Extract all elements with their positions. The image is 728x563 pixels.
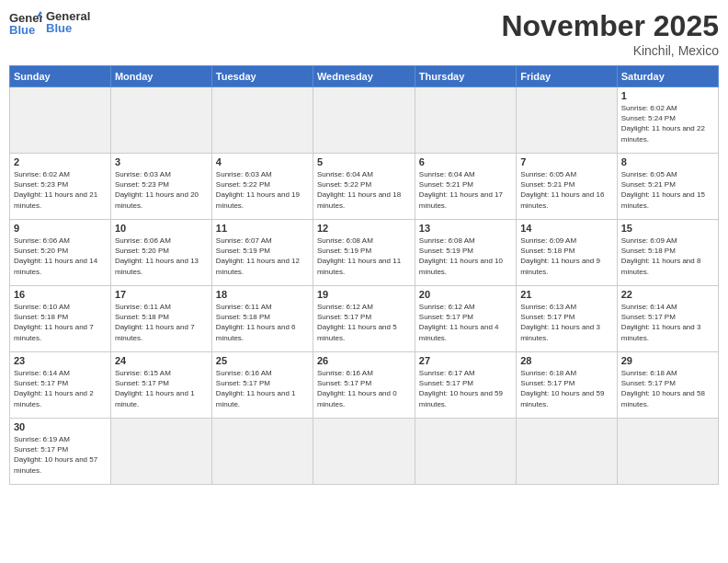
daylight-label: Daylight: 11 hours and 22 minutes.	[621, 124, 705, 143]
day-cell: 15 Sunrise: 6:09 AM Sunset: 5:18 PM Dayl…	[617, 220, 718, 286]
day-number: 13	[419, 223, 512, 234]
day-info: Sunrise: 6:07 AM Sunset: 5:19 PM Dayligh…	[216, 236, 309, 277]
svg-text:Blue: Blue	[9, 23, 35, 35]
header-tuesday: Tuesday	[211, 66, 313, 87]
header-friday: Friday	[517, 66, 618, 87]
day-info: Sunrise: 6:12 AM Sunset: 5:17 PM Dayligh…	[419, 302, 512, 343]
logo-icon: General Blue	[9, 9, 42, 35]
daylight-label: Daylight: 11 hours and 15 minutes.	[621, 190, 705, 209]
sunrise-label: Sunrise: 6:17 AM	[419, 369, 475, 377]
day-number: 28	[520, 355, 613, 366]
sunset-label: Sunset: 5:22 PM	[216, 180, 270, 189]
day-cell: 18 Sunrise: 6:11 AM Sunset: 5:18 PM Dayl…	[211, 286, 313, 352]
sunrise-label: Sunrise: 6:09 AM	[520, 236, 576, 245]
sunrise-label: Sunrise: 6:11 AM	[115, 303, 171, 311]
sunrise-label: Sunrise: 6:06 AM	[14, 236, 70, 245]
day-number: 8	[621, 156, 714, 167]
sunset-label: Sunset: 5:19 PM	[216, 247, 270, 255]
daylight-label: Daylight: 11 hours and 1 minute.	[216, 389, 296, 408]
sunset-label: Sunset: 5:17 PM	[520, 379, 574, 387]
sunrise-label: Sunrise: 6:14 AM	[621, 303, 677, 311]
day-number: 2	[14, 156, 107, 167]
day-number: 16	[14, 289, 107, 300]
sunrise-label: Sunrise: 6:02 AM	[621, 104, 677, 112]
sunrise-label: Sunrise: 6:03 AM	[216, 170, 272, 178]
daylight-label: Daylight: 11 hours and 3 minutes.	[520, 323, 600, 341]
day-cell: 13 Sunrise: 6:08 AM Sunset: 5:19 PM Dayl…	[415, 220, 516, 286]
sunset-label: Sunset: 5:18 PM	[216, 313, 270, 321]
day-info: Sunrise: 6:08 AM Sunset: 5:19 PM Dayligh…	[419, 236, 512, 277]
daylight-label: Daylight: 11 hours and 13 minutes.	[115, 257, 199, 275]
day-cell	[617, 419, 718, 485]
sunset-label: Sunset: 5:17 PM	[317, 313, 371, 321]
day-number: 29	[621, 355, 714, 366]
day-number: 20	[419, 289, 512, 300]
day-info: Sunrise: 6:14 AM Sunset: 5:17 PM Dayligh…	[621, 302, 714, 343]
day-cell	[110, 87, 211, 154]
daylight-label: Daylight: 11 hours and 7 minutes.	[14, 323, 94, 341]
day-cell: 17 Sunrise: 6:11 AM Sunset: 5:18 PM Dayl…	[110, 286, 211, 352]
day-info: Sunrise: 6:03 AM Sunset: 5:22 PM Dayligh…	[216, 169, 309, 211]
sunset-label: Sunset: 5:17 PM	[419, 313, 473, 321]
day-cell	[517, 87, 618, 154]
sunset-label: Sunset: 5:17 PM	[621, 313, 676, 321]
sunrise-label: Sunrise: 6:02 AM	[14, 170, 70, 178]
sunset-label: Sunset: 5:21 PM	[520, 180, 574, 189]
day-number: 14	[520, 223, 613, 234]
daylight-label: Daylight: 11 hours and 9 minutes.	[520, 257, 600, 275]
sunset-label: Sunset: 5:17 PM	[621, 379, 676, 387]
daylight-label: Daylight: 11 hours and 17 minutes.	[419, 190, 503, 209]
sunset-label: Sunset: 5:19 PM	[419, 247, 473, 255]
sunrise-label: Sunrise: 6:14 AM	[14, 369, 70, 377]
sunset-label: Sunset: 5:20 PM	[14, 247, 68, 255]
day-cell: 9 Sunrise: 6:06 AM Sunset: 5:20 PM Dayli…	[10, 220, 111, 286]
day-cell: 6 Sunrise: 6:04 AM Sunset: 5:21 PM Dayli…	[415, 154, 516, 220]
day-info: Sunrise: 6:04 AM Sunset: 5:22 PM Dayligh…	[317, 169, 411, 211]
sunset-label: Sunset: 5:21 PM	[419, 180, 473, 189]
header-saturday: Saturday	[617, 66, 718, 87]
day-info: Sunrise: 6:11 AM Sunset: 5:18 PM Dayligh…	[115, 302, 208, 343]
calendar-row: 23 Sunrise: 6:14 AM Sunset: 5:17 PM Dayl…	[10, 352, 719, 419]
title-area: November 2025 Kinchil, Mexico	[501, 9, 719, 58]
day-info: Sunrise: 6:19 AM Sunset: 5:17 PM Dayligh…	[14, 434, 107, 476]
daylight-label: Daylight: 10 hours and 57 minutes.	[14, 455, 97, 474]
day-number: 11	[216, 223, 309, 234]
day-cell	[10, 87, 111, 154]
day-cell: 11 Sunrise: 6:07 AM Sunset: 5:19 PM Dayl…	[211, 220, 313, 286]
day-cell: 14 Sunrise: 6:09 AM Sunset: 5:18 PM Dayl…	[517, 220, 618, 286]
day-number: 18	[216, 289, 309, 300]
day-info: Sunrise: 6:10 AM Sunset: 5:18 PM Dayligh…	[14, 302, 107, 343]
day-cell: 22 Sunrise: 6:14 AM Sunset: 5:17 PM Dayl…	[617, 286, 718, 352]
sunrise-label: Sunrise: 6:05 AM	[621, 170, 677, 178]
day-cell: 24 Sunrise: 6:15 AM Sunset: 5:17 PM Dayl…	[110, 352, 211, 419]
sunset-label: Sunset: 5:19 PM	[317, 247, 371, 255]
sunrise-label: Sunrise: 6:06 AM	[115, 236, 171, 245]
day-number: 19	[317, 289, 411, 300]
day-cell: 23 Sunrise: 6:14 AM Sunset: 5:17 PM Dayl…	[10, 352, 111, 419]
sunrise-label: Sunrise: 6:18 AM	[520, 369, 576, 377]
header-sunday: Sunday	[10, 66, 111, 87]
sunrise-label: Sunrise: 6:10 AM	[14, 303, 70, 311]
calendar-row: 16 Sunrise: 6:10 AM Sunset: 5:18 PM Dayl…	[10, 286, 719, 352]
daylight-label: Daylight: 11 hours and 10 minutes.	[419, 257, 503, 275]
day-number: 24	[115, 355, 208, 366]
day-cell: 21 Sunrise: 6:13 AM Sunset: 5:17 PM Dayl…	[517, 286, 618, 352]
location: Kinchil, Mexico	[501, 43, 719, 58]
day-number: 25	[216, 355, 309, 366]
daylight-label: Daylight: 11 hours and 20 minutes.	[115, 190, 199, 209]
day-number: 4	[216, 156, 309, 167]
sunset-label: Sunset: 5:17 PM	[419, 379, 473, 387]
day-info: Sunrise: 6:11 AM Sunset: 5:18 PM Dayligh…	[216, 302, 309, 343]
sunrise-label: Sunrise: 6:04 AM	[317, 170, 373, 178]
daylight-label: Daylight: 11 hours and 16 minutes.	[520, 190, 604, 209]
day-info: Sunrise: 6:06 AM Sunset: 5:20 PM Dayligh…	[14, 236, 107, 277]
sunrise-label: Sunrise: 6:05 AM	[520, 170, 576, 178]
daylight-label: Daylight: 11 hours and 19 minutes.	[216, 190, 300, 209]
day-cell	[211, 419, 313, 485]
day-cell: 27 Sunrise: 6:17 AM Sunset: 5:17 PM Dayl…	[415, 352, 516, 419]
daylight-label: Daylight: 11 hours and 21 minutes.	[14, 190, 97, 209]
day-cell: 28 Sunrise: 6:18 AM Sunset: 5:17 PM Dayl…	[517, 352, 618, 419]
daylight-label: Daylight: 11 hours and 4 minutes.	[419, 323, 499, 341]
sunrise-label: Sunrise: 6:09 AM	[621, 236, 677, 245]
sunset-label: Sunset: 5:18 PM	[621, 247, 676, 255]
